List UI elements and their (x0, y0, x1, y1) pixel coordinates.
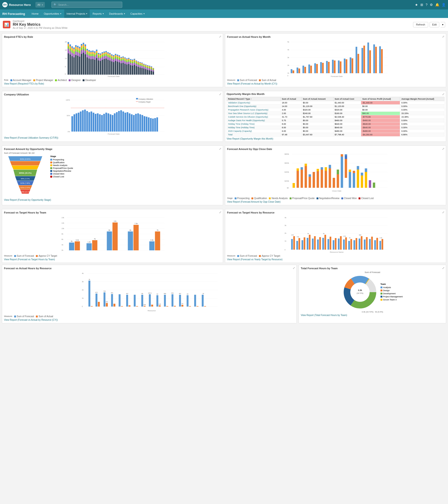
svg-rect-126 (111, 59, 113, 61)
svg-text:15: 15 (65, 49, 67, 51)
svg-rect-111 (105, 56, 107, 59)
svg-rect-391 (353, 171, 355, 173)
svg-rect-23 (71, 48, 73, 50)
ar-legend-actual: Sum of Actual (36, 315, 53, 318)
svg-rect-40 (79, 57, 81, 75)
company-utilization-panel: Company Utilization ⤢ 100% 50% 0% (2, 91, 223, 142)
svg-rect-294 (76, 113, 77, 132)
forecast-target-team-link[interactable]: View Report (Forecast vs Target Hours by… (4, 258, 221, 261)
svg-rect-87 (96, 53, 98, 55)
forecast-target-resource-link[interactable]: View Report (Forecast vs Yearly Target b… (227, 258, 444, 261)
company-utilization-expand[interactable]: ⤢ (219, 92, 221, 96)
svg-rect-313 (116, 112, 118, 132)
svg-rect-151 (121, 61, 122, 63)
search-all-dropdown[interactable]: All (37, 3, 40, 6)
svg-rect-143 (117, 56, 118, 57)
svg-text:6k: 6k (62, 238, 64, 240)
svg-rect-292 (71, 116, 73, 132)
total-forecast-team-link[interactable]: View Report (Total Forecast Hours by Tea… (301, 314, 444, 316)
svg-rect-38 (77, 48, 79, 50)
measure-res-label: Measure (227, 255, 235, 257)
svg-rect-378 (329, 168, 331, 188)
forecast-by-stage-link[interactable]: View Report (Forecast by Opportunity Sta… (4, 199, 221, 201)
required-ftes-expand[interactable]: ⤢ (219, 35, 221, 38)
svg-rect-540 (172, 294, 173, 306)
page-title: RH Key Metrics (13, 22, 68, 27)
cell-actual: 14.00 (281, 105, 302, 108)
nav-reports[interactable]: Reports▾ (90, 9, 106, 18)
svg-rect-369 (309, 177, 311, 188)
search-bar[interactable]: 🔍 Search... (52, 2, 122, 8)
svg-rect-235 (153, 72, 154, 75)
svg-rect-56 (85, 51, 86, 54)
company-utilization-link[interactable]: View Report (Forecast Utilization Summar… (4, 137, 221, 139)
forecast-target-team-expand[interactable]: ⤢ (219, 211, 221, 214)
nav-opportunities[interactable]: Opportunities▾ (41, 9, 64, 18)
svg-rect-389 (349, 170, 351, 172)
plus-icon[interactable]: ⊞ (420, 3, 423, 7)
nav-internal-projects[interactable]: Internal Projects▾ (64, 9, 90, 18)
help-icon[interactable]: ? (426, 3, 428, 7)
nav-dashboards[interactable]: Dashboards▾ (107, 9, 127, 18)
forecast-actual-resource-expand[interactable]: ⤢ (293, 266, 295, 270)
svg-text:20: 20 (65, 41, 67, 43)
star-icon[interactable]: ★ (415, 3, 418, 7)
required-ftes-link[interactable]: View Report (Required FTE's by Role) (4, 82, 221, 85)
forecast-vs-actual-expand[interactable]: ⤢ (442, 35, 445, 38)
svg-rect-57 (85, 48, 86, 51)
cell-cost: $2,538.40 (333, 115, 361, 119)
svg-rect-95 (100, 61, 101, 75)
svg-rect-184 (132, 59, 133, 60)
svg-rect-390 (353, 173, 355, 188)
cell-profit: $0.00 (361, 108, 400, 112)
svg-rect-307 (103, 114, 105, 132)
svg-rect-263 (322, 63, 324, 73)
svg-rect-385 (345, 159, 347, 178)
svg-rect-101 (102, 57, 103, 60)
forecast-target-resource-expand[interactable]: ⤢ (442, 211, 445, 214)
svg-rect-506 (88, 281, 90, 306)
nav-home[interactable]: Home (29, 9, 41, 18)
forecast-by-close-date-expand[interactable]: ⤢ (442, 147, 445, 150)
opportunity-margin-table-container[interactable]: Related Record / Type ↑ Sum of Actual Su… (227, 97, 445, 137)
svg-text:0: 0 (288, 75, 288, 76)
svg-text:$0: $0 (287, 187, 289, 189)
svg-text:501: 501 (111, 292, 114, 294)
svg-rect-96 (100, 58, 101, 61)
edit-button[interactable]: Edit (430, 22, 439, 27)
forecast-actual-resource-link[interactable]: View Report (Forecast vs Actual by Resou… (4, 319, 294, 321)
opportunity-margin-expand[interactable]: ⤢ (442, 92, 445, 96)
svg-text:4k: 4k (82, 272, 84, 274)
cell-amount: $240.00 (302, 112, 333, 115)
table-row: Cubdelt Servicio De Difusion (Opportunit… (227, 115, 445, 119)
search-placeholder: Search... (58, 3, 69, 6)
bell-icon[interactable]: 🔔 (435, 3, 439, 7)
svg-rect-46 (81, 50, 82, 54)
svg-rect-379 (329, 165, 331, 168)
svg-rect-524 (134, 295, 136, 306)
svg-rect-371 (313, 172, 315, 188)
svg-rect-138 (115, 55, 116, 56)
svg-rect-366 (301, 167, 303, 170)
forecast-by-stage-expand[interactable]: ⤢ (219, 147, 221, 150)
forecast-vs-actual-link[interactable]: View Report (Forecast vs Actual by Month… (227, 82, 444, 85)
actual-resource-svg: 4k 3k 2k 1k 0 3k 672 (4, 271, 294, 314)
svg-rect-77 (92, 54, 94, 56)
svg-rect-216 (145, 67, 147, 69)
edit-dropdown-button[interactable]: ▾ (441, 22, 445, 27)
refresh-button[interactable]: Refresh (413, 22, 428, 27)
total-forecast-team-expand[interactable]: ⤢ (442, 266, 445, 270)
nav-capacities[interactable]: Capacities▾ (128, 9, 147, 18)
forecast-close-date-link[interactable]: View Report (Forecast Amount by Opp Clos… (227, 200, 444, 203)
table-row: Total 97.48 $3,447.60 $7,798.40 -$4,350.… (227, 133, 445, 137)
svg-rect-365 (301, 170, 303, 188)
gear-icon[interactable]: ⚙ (430, 3, 433, 7)
svg-rect-17 (70, 49, 71, 51)
svg-rect-43 (79, 48, 81, 51)
opportunity-margin-link[interactable]: View Report (Opportunity Margin this Mon… (227, 137, 445, 140)
svg-rect-127 (111, 57, 113, 59)
dashboard-row-3: Forecast Amount by Opportunity Stage ⤢ S… (0, 144, 448, 207)
opportunity-margin-table: Related Record / Type ↑ Sum of Actual Su… (227, 97, 445, 137)
cell-actual: 2.00 (281, 112, 302, 115)
user-avatar[interactable]: 👤 (442, 3, 446, 7)
